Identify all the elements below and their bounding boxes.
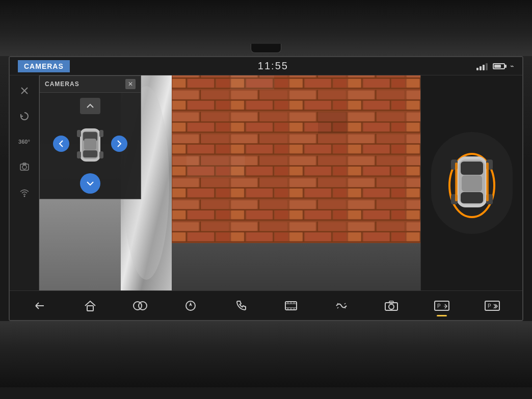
toolbar-park-assist2-button[interactable]: P (477, 294, 508, 317)
camera-nav-left-button[interactable] (53, 136, 69, 152)
battery-icon (493, 63, 505, 69)
toolbar-entertainment-button[interactable] (276, 294, 306, 317)
svg-rect-38 (462, 175, 482, 192)
toolbar-phone-button[interactable] (226, 294, 256, 317)
signal-bars-icon (476, 62, 488, 70)
signal-bar-2 (480, 66, 482, 70)
camera-bump (251, 44, 281, 53)
svg-marker-49 (189, 302, 192, 306)
right-panel (420, 75, 522, 290)
sidebar-icon-wifi[interactable] (14, 182, 35, 203)
bottom-toolbar: P P (10, 290, 522, 320)
svg-rect-11 (99, 130, 103, 137)
camera-nav-right-button[interactable] (111, 136, 127, 152)
toolbar-camera-button[interactable] (376, 294, 407, 317)
svg-rect-12 (77, 151, 81, 158)
toolbar-nav-button[interactable] (175, 294, 206, 317)
svg-rect-30 (230, 75, 274, 90)
svg-rect-36 (461, 162, 483, 175)
clock: 11:55 (258, 60, 288, 72)
toolbar-park-assist1-button[interactable]: P (427, 294, 457, 317)
status-right: ⌁ (476, 62, 514, 70)
svg-rect-43 (455, 163, 458, 201)
toolbar-home-button[interactable] (75, 294, 105, 317)
svg-rect-10 (77, 130, 81, 137)
svg-rect-45 (87, 306, 93, 311)
svg-rect-37 (461, 192, 483, 203)
svg-rect-14 (84, 139, 96, 150)
center-area: CAMERAS ✕ (39, 75, 522, 290)
toolbar-back-button[interactable] (24, 294, 55, 317)
sidebar-icon-capture[interactable] (14, 157, 35, 177)
camera-panel-close-button[interactable]: ✕ (125, 79, 136, 89)
overhead-view (431, 132, 513, 234)
connected-icon: ⌁ (510, 62, 514, 70)
camera-feed-right (172, 75, 420, 290)
screen: CAMERAS 11:55 ⌁ (9, 56, 523, 321)
toolbar-media-button[interactable] (125, 294, 155, 317)
toolbar-climate-button[interactable] (326, 294, 357, 317)
status-left: CAMERAS (18, 60, 70, 72)
svg-point-5 (23, 196, 25, 197)
svg-point-3 (22, 165, 26, 169)
sidebar-icon-360[interactable]: 360° (14, 131, 35, 152)
camera-panel-header: CAMERAS ✕ (40, 76, 141, 93)
signal-bar-1 (476, 68, 478, 70)
camera-nav-down-button[interactable] (80, 173, 100, 194)
camera-nav-up-button[interactable] (80, 98, 100, 114)
ground-area (172, 243, 420, 290)
svg-rect-31 (318, 112, 347, 134)
svg-rect-9 (83, 150, 97, 157)
svg-point-47 (139, 302, 147, 310)
camera-panel-body (40, 93, 141, 199)
camera-panel: CAMERAS ✕ (39, 75, 141, 199)
svg-point-60 (389, 304, 394, 309)
main-content: 360° (10, 75, 522, 290)
svg-rect-32 (187, 155, 245, 177)
top-bezel (0, 0, 532, 56)
cameras-badge: CAMERAS (18, 60, 70, 72)
svg-text:P: P (488, 303, 491, 309)
car-selector-row (53, 118, 127, 169)
left-sidebar: 360° (10, 75, 39, 290)
car-top-view-small (72, 118, 108, 169)
status-bar: CAMERAS 11:55 ⌁ (10, 57, 522, 75)
svg-rect-44 (486, 163, 489, 201)
camera-panel-title: CAMERAS (45, 81, 79, 88)
signal-bar-4 (486, 63, 488, 70)
device-frame: CAMERAS 11:55 ⌁ (0, 0, 532, 399)
bottom-bezel (0, 321, 532, 387)
sidebar-icon-rotate[interactable] (14, 106, 35, 126)
svg-text:P: P (437, 303, 441, 309)
svg-rect-13 (99, 151, 103, 158)
sidebar-icon-dismiss[interactable] (14, 81, 35, 101)
brick-wall-area (172, 75, 420, 243)
battery-fill (494, 65, 501, 68)
signal-bar-3 (483, 65, 485, 70)
